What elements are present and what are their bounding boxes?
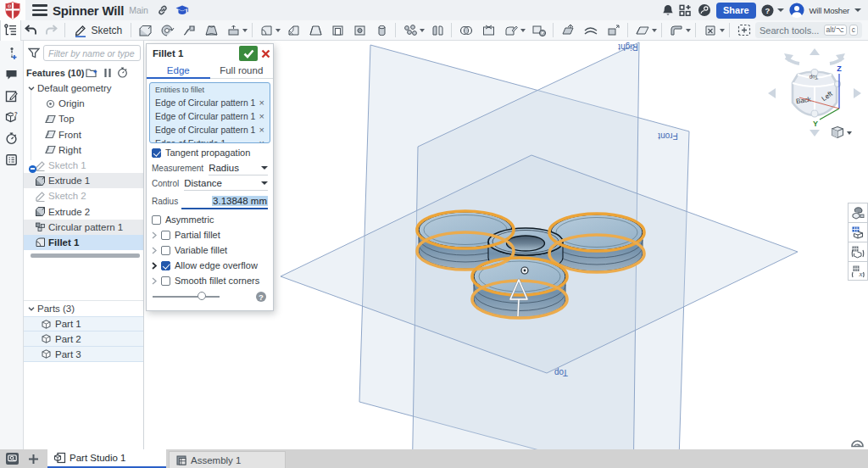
user-name[interactable]: Will Mosher — [810, 6, 849, 15]
part-row-2[interactable]: Part 2 — [24, 332, 143, 347]
smooth-fillet-corners-checkbox[interactable] — [161, 276, 170, 286]
rollback-bar[interactable] — [31, 254, 140, 258]
assign-variable-dropdown-caret-icon[interactable] — [720, 29, 725, 32]
boolean-tool-button[interactable] — [454, 21, 477, 40]
expand-chevron-icon[interactable] — [152, 277, 161, 285]
expand-chevron-icon[interactable] — [152, 231, 161, 239]
partial-fillet-row[interactable]: Partial fillet — [152, 230, 268, 240]
learning-icon[interactable] — [698, 3, 711, 17]
allow-edge-overflow-row[interactable]: Allow edge overflow — [152, 260, 268, 270]
remove-entity-icon[interactable]: × — [259, 98, 264, 107]
chevron-down-icon[interactable] — [25, 86, 37, 91]
entities-to-fillet-box[interactable]: Entities to fillet Edge of Circular patt… — [149, 82, 270, 143]
link-icon[interactable] — [157, 4, 169, 16]
asymmetric-checkbox[interactable] — [152, 215, 161, 225]
vertex-marker[interactable] — [521, 267, 528, 274]
entity-row[interactable]: Edge of Circular pattern 1× — [150, 123, 270, 136]
feature-sketch-2[interactable]: Sketch 2 — [24, 188, 143, 203]
measurement-dropdown[interactable]: Radius — [209, 163, 268, 176]
feature-extrude-2[interactable]: Extrude 2 — [24, 204, 143, 220]
parts-header[interactable]: Parts (3) — [24, 301, 143, 316]
extrude-tool-button[interactable] — [134, 21, 156, 40]
stopwatch-icon[interactable] — [117, 67, 128, 78]
redo-button[interactable] — [42, 21, 62, 40]
feature-right[interactable]: Right — [24, 142, 143, 158]
entity-row[interactable]: Edge of Extrude 1× — [150, 136, 270, 143]
filter-input[interactable]: Filter by name or type — [43, 45, 141, 61]
thicken-dropdown-caret-icon[interactable] — [242, 29, 248, 32]
document-tab-part-studio-1[interactable]: Part Studio 1 — [47, 449, 166, 468]
comment-icon[interactable] — [4, 68, 19, 81]
hamburger-menu-icon[interactable] — [32, 4, 47, 16]
variable-fillet-checkbox[interactable] — [161, 246, 170, 255]
measure-protractor-icon[interactable] — [850, 437, 865, 448]
view-menu[interactable] — [831, 125, 853, 141]
feature-origin[interactable]: Origin — [24, 96, 143, 111]
education-cap-icon[interactable] — [175, 5, 189, 16]
modify-fillet-tool-button[interactable] — [499, 21, 522, 40]
history-icon[interactable] — [4, 131, 19, 145]
feature-default-geometry[interactable]: Default geometry — [24, 81, 143, 96]
feature-front[interactable]: Front — [24, 127, 143, 142]
feature-extrude-1[interactable]: Extrude 1 — [24, 173, 143, 188]
versions-icon[interactable] — [4, 47, 19, 60]
entity-row[interactable]: Edge of Circular pattern 1× — [150, 96, 270, 109]
dialog-tab-edge[interactable]: Edge — [147, 63, 210, 78]
shell-tool-button[interactable] — [326, 21, 348, 40]
tangent-propagation-row[interactable]: Tangent propagation — [152, 148, 268, 158]
share-button[interactable]: Share — [716, 3, 756, 19]
sheet-metal-dropdown-caret-icon[interactable] — [686, 29, 691, 32]
allow-edge-overflow-checkbox[interactable] — [161, 261, 170, 270]
control-dropdown[interactable]: Distance — [184, 178, 268, 191]
sheet-metal-tool-button[interactable] — [665, 21, 687, 40]
configuration-panel-icon[interactable] — [848, 222, 868, 242]
radius-value[interactable]: 3.13848 mm — [212, 196, 268, 206]
fillet-dropdown-caret-icon[interactable] — [275, 29, 281, 32]
offset-surface-tool-button[interactable] — [579, 21, 602, 40]
thicken-tool-button[interactable] — [222, 21, 244, 40]
fillet-slider[interactable] — [153, 296, 220, 298]
tangent-propagation-checkbox[interactable] — [152, 148, 161, 158]
dialog-cancel-button[interactable] — [260, 46, 271, 61]
mirror-tool-button[interactable] — [426, 21, 448, 40]
new-tab-button[interactable] — [22, 449, 44, 468]
feature-top[interactable]: Top — [24, 111, 143, 126]
document-tab-assembly-1[interactable]: Assembly 1 — [169, 451, 286, 468]
asymmetric-row[interactable]: Asymmetric — [152, 214, 268, 225]
transform-tool-button[interactable] — [602, 21, 625, 40]
search-tools-input[interactable]: Search tools... alt/⌥ c — [755, 22, 862, 38]
modify-fillet-dropdown-caret-icon[interactable] — [520, 29, 526, 32]
help-icon[interactable]: ? — [761, 4, 784, 17]
pattern-tool-button[interactable] — [398, 21, 421, 40]
chamfer-tool-button[interactable] — [282, 21, 304, 40]
tab-search-button[interactable] — [6, 453, 19, 465]
assign-variable-tool-button[interactable] — [698, 21, 721, 40]
plane-dropdown-caret-icon[interactable] — [652, 29, 657, 32]
remove-entity-icon[interactable]: × — [259, 112, 264, 120]
new-folder-icon[interactable] — [86, 68, 98, 78]
variable-fillet-row[interactable]: Variable fillet — [152, 245, 268, 255]
delete-part-tool-button[interactable] — [527, 21, 550, 40]
onshape-shield-logo[interactable] — [0, 0, 25, 20]
configured-features-icon[interactable] — [848, 242, 868, 261]
expand-chevron-icon[interactable] — [152, 262, 161, 270]
sweep-tool-button[interactable] — [178, 21, 200, 40]
learn-cube-icon[interactable]: ? — [4, 110, 19, 124]
appearance-panel-icon[interactable] — [848, 203, 868, 222]
avatar[interactable] — [789, 3, 804, 18]
feature-circular-pattern-1[interactable]: Circular pattern 1 — [24, 220, 143, 235]
feature-sketch-1[interactable]: Sketch 1 — [24, 158, 143, 173]
dialog-accept-button[interactable] — [239, 46, 258, 61]
remove-entity-icon[interactable]: × — [259, 125, 264, 134]
split-tool-button[interactable] — [477, 21, 499, 40]
user-menu-caret-icon[interactable] — [854, 8, 861, 12]
expand-chevron-icon[interactable] — [152, 247, 161, 254]
loft-tool-button[interactable] — [200, 21, 222, 40]
undo-button[interactable] — [21, 21, 42, 40]
sketch-button[interactable]: Sketch — [68, 21, 129, 40]
fillet-tool-button[interactable] — [255, 21, 277, 40]
apps-grid-icon[interactable] — [679, 4, 693, 17]
configured-variables-icon[interactable]: x — [848, 261, 868, 281]
filter-funnel-icon[interactable] — [28, 47, 40, 58]
suspend-icon[interactable] — [104, 68, 111, 78]
